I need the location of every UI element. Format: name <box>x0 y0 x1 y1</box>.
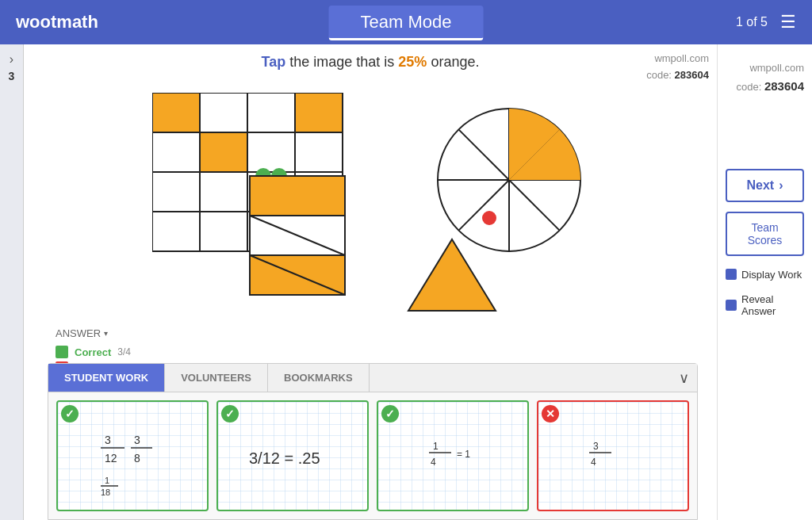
work-card[interactable]: ✓ 3 12 3 8 1 18 <box>56 400 209 511</box>
svg-rect-13 <box>200 212 247 251</box>
work-card[interactable]: ✓ 1 4 = 1 <box>377 400 529 511</box>
menu-icon[interactable]: ☰ <box>780 12 796 32</box>
svg-rect-6 <box>247 132 295 172</box>
team-scores-button[interactable]: Team Scores <box>726 212 804 256</box>
correct-count: 3/4 <box>117 346 131 358</box>
display-work-item[interactable]: Display Work <box>726 269 804 281</box>
svg-rect-30 <box>250 176 345 216</box>
card-grid-paper: 3 4 <box>538 402 688 510</box>
poll-site-sidebar: wmpoll.com <box>726 60 804 77</box>
svg-text:3: 3 <box>105 434 111 446</box>
sidebar-number: 3 <box>9 70 15 82</box>
svg-rect-0 <box>152 93 200 132</box>
svg-text:1: 1 <box>105 476 109 485</box>
card-grid-paper: 3 12 3 8 1 18 <box>58 402 207 510</box>
work-card[interactable]: ✓ 3/12 = .25 <box>216 400 369 511</box>
answer-correct-item: Correct 3/4 <box>56 346 222 358</box>
poll-code-sidebar: code: 283604 <box>726 77 804 96</box>
center-content: wmpoll.com code: 283604 Tap the image th… <box>24 44 717 520</box>
svg-text:3: 3 <box>134 434 140 446</box>
canvas-area <box>24 77 717 346</box>
right-sidebar: wmpoll.com code: 283604 Next › Team Scor… <box>717 44 812 520</box>
tab-student-work[interactable]: STUDENT WORK <box>48 364 165 392</box>
triangle-svg <box>404 235 500 315</box>
svg-text:3: 3 <box>593 441 599 452</box>
panel-body: ✓ 3 12 3 8 1 18 <box>48 392 697 519</box>
triangle-shape[interactable] <box>404 235 500 318</box>
card-grid-paper: 1 4 = 1 <box>378 402 527 510</box>
card-badge-correct: ✓ <box>221 405 239 422</box>
header-right: 1 of 5 ☰ <box>736 12 796 32</box>
card-grid-paper: 3/12 = .25 <box>218 402 367 510</box>
svg-rect-5 <box>200 132 247 172</box>
question-highlight: 25% <box>398 54 427 70</box>
rect-svg <box>246 172 349 299</box>
progress-indicator: 1 of 5 <box>736 15 768 29</box>
display-work-checkbox[interactable] <box>726 269 737 280</box>
svg-rect-7 <box>295 132 343 172</box>
svg-rect-12 <box>152 212 200 251</box>
card-badge-incorrect: ✕ <box>542 405 559 422</box>
card-badge-correct: ✓ <box>61 405 79 422</box>
logo: wootmath <box>16 12 98 32</box>
tab-bookmarks[interactable]: BOOKMARKS <box>268 364 370 392</box>
svg-text:3/12 = .25: 3/12 = .25 <box>249 449 320 467</box>
svg-text:18: 18 <box>101 488 110 495</box>
header: wootmath Team Mode 1 of 5 ☰ <box>0 0 812 44</box>
svg-rect-2 <box>247 93 295 132</box>
svg-marker-35 <box>408 239 496 311</box>
svg-rect-8 <box>152 172 200 212</box>
work-card[interactable]: ✕ 3 4 <box>537 400 689 511</box>
poll-info-sidebar: wmpoll.com code: 283604 <box>726 60 804 96</box>
correct-indicator <box>56 346 68 358</box>
tab-volunteers[interactable]: VOLUNTEERS <box>165 364 268 392</box>
svg-text:12: 12 <box>105 452 117 465</box>
panel-collapse-icon[interactable]: ∨ <box>679 369 689 387</box>
display-work-label: Display Work <box>741 269 802 281</box>
svg-text:8: 8 <box>134 452 140 465</box>
question-bar: Tap the image that is 25% orange. <box>24 44 717 77</box>
reveal-answer-item[interactable]: Reveal Answer <box>726 293 804 317</box>
svg-text:1: 1 <box>433 441 439 452</box>
svg-rect-4 <box>152 132 200 172</box>
title-wrap: Team Mode <box>329 12 484 32</box>
svg-rect-1 <box>200 93 247 132</box>
next-arrow-icon: › <box>779 178 783 193</box>
question-middle: the image that is <box>289 54 398 70</box>
card-badge-correct: ✓ <box>381 405 399 422</box>
answer-label: ANSWER ▾ <box>56 327 222 339</box>
question-suffix: orange. <box>431 54 479 70</box>
svg-text:4: 4 <box>591 457 596 468</box>
poll-code-value-sidebar: 283604 <box>764 79 804 93</box>
left-sidebar[interactable]: › 3 <box>0 44 24 520</box>
rectangle-shape[interactable] <box>246 172 349 302</box>
reveal-answer-checkbox[interactable] <box>726 300 737 311</box>
svg-text:= 1: = 1 <box>457 449 470 460</box>
svg-rect-9 <box>200 172 247 212</box>
reveal-answer-label: Reveal Answer <box>741 293 804 317</box>
sidebar-arrow-icon: › <box>10 52 13 67</box>
page-title: Team Mode <box>329 6 484 40</box>
svg-point-29 <box>482 211 496 225</box>
poll-site: wmpoll.com <box>646 51 709 67</box>
next-button[interactable]: Next › <box>726 169 804 202</box>
correct-label: Correct <box>75 346 111 358</box>
answer-caret-icon: ▾ <box>104 329 108 338</box>
svg-text:4: 4 <box>431 457 436 468</box>
panel-header: STUDENT WORK VOLUNTEERS BOOKMARKS ∨ <box>48 364 697 392</box>
svg-rect-3 <box>295 93 343 132</box>
question-tap: Tap <box>262 54 286 70</box>
student-panel: STUDENT WORK VOLUNTEERS BOOKMARKS ∨ ✓ 3 <box>48 363 698 520</box>
main-area: › 3 wmpoll.com code: 283604 Tap the imag… <box>0 44 812 520</box>
